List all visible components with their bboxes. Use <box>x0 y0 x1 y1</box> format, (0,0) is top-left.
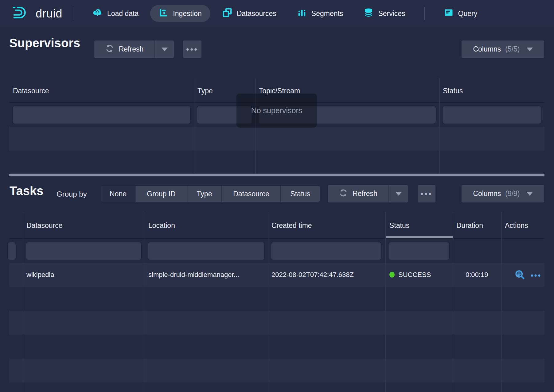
column-divider <box>439 78 440 175</box>
empty-table-row <box>9 335 544 359</box>
more-icon: ••• <box>420 190 432 198</box>
nav-item-ingestion[interactable]: Ingestion <box>150 5 210 22</box>
refresh-label: Refresh <box>119 45 144 53</box>
stacked-layers-icon <box>223 8 232 19</box>
bar-chart-icon <box>297 8 306 19</box>
supervisors-columns-button[interactable]: Columns (5/5) <box>462 40 544 58</box>
empty-message: No supervisors <box>251 106 302 115</box>
database-icon <box>364 8 373 19</box>
group-by-group-id-button[interactable]: Group ID <box>136 186 187 202</box>
column-header-status[interactable]: Status <box>389 221 409 230</box>
success-status-dot <box>389 272 395 278</box>
search-details-icon[interactable] <box>515 270 525 281</box>
task-created-time: 2022-08-02T07:42:47.638Z <box>271 271 354 279</box>
column-header-type[interactable]: Type <box>197 87 213 95</box>
console-icon <box>444 8 453 19</box>
task-id-filter-input[interactable] <box>7 242 16 260</box>
column-divider <box>453 212 453 392</box>
columns-count: (9/9) <box>505 190 520 198</box>
tasks-more-button[interactable]: ••• <box>418 185 435 202</box>
horizontal-scrollbar[interactable] <box>9 174 544 176</box>
column-header-status[interactable]: Status <box>443 87 463 95</box>
refresh-label: Refresh <box>353 190 377 198</box>
nav-item-label: Load data <box>107 10 138 18</box>
task-duration: 0:00:19 <box>466 271 488 279</box>
upload-cloud-icon <box>92 8 102 19</box>
created-time-filter-input[interactable] <box>271 242 381 260</box>
tasks-refresh-button[interactable]: Refresh <box>328 185 388 202</box>
nav-divider <box>73 7 73 20</box>
nav-item-label: Datasources <box>237 10 276 18</box>
task-row-wikipedia[interactable]: wikipedia simple-druid-middlemanager... … <box>9 263 544 287</box>
top-nav: druid Load data <box>0 0 554 27</box>
task-more-actions-icon[interactable]: ••• <box>531 271 541 280</box>
refresh-icon <box>105 44 114 55</box>
refresh-icon <box>339 189 348 199</box>
tasks-title: Tasks <box>10 184 43 198</box>
task-location: simple-druid-middlemanager... <box>148 271 264 279</box>
nav-item-datasources[interactable]: Datasources <box>214 5 285 22</box>
group-by-label: Group by <box>57 190 87 198</box>
supervisors-title: Supervisors <box>9 36 80 50</box>
task-status: SUCCESS <box>389 271 431 279</box>
group-by-type-button[interactable]: Type <box>187 186 222 202</box>
group-by-segmented-control: None Group ID Type Datasource Status <box>101 186 320 202</box>
chevron-down-icon <box>396 192 402 196</box>
nav-item-load-data[interactable]: Load data <box>84 5 147 22</box>
group-by-status-button[interactable]: Status <box>281 186 320 202</box>
column-header-created-time[interactable]: Created time <box>271 221 312 230</box>
empty-table-row <box>9 382 544 392</box>
druid-logo[interactable]: druid <box>12 6 62 21</box>
location-filter-input[interactable] <box>148 242 265 260</box>
chevron-down-icon <box>527 192 533 196</box>
empty-table-row <box>9 151 544 175</box>
task-status-label: SUCCESS <box>398 271 431 279</box>
empty-table-row <box>9 359 544 382</box>
column-divider <box>268 212 268 392</box>
column-divider <box>501 212 502 392</box>
tasks-columns-button[interactable]: Columns (9/9) <box>462 185 544 202</box>
chevron-down-icon <box>162 48 168 51</box>
empty-table-row <box>9 311 544 335</box>
supervisors-more-button[interactable]: ••• <box>183 40 201 58</box>
nav-item-segments[interactable]: Segments <box>289 5 352 22</box>
nav-item-label: Ingestion <box>173 10 201 18</box>
chevron-down-icon <box>527 48 533 51</box>
nav-item-label: Services <box>378 10 405 18</box>
columns-count: (5/5) <box>505 45 520 53</box>
tasks-table: Datasource Location Created time Status … <box>9 212 544 392</box>
columns-label: Columns <box>473 45 501 53</box>
column-divider <box>145 212 145 392</box>
group-by-datasource-button[interactable]: Datasource <box>222 186 281 202</box>
column-header-location[interactable]: Location <box>148 221 175 230</box>
tasks-refresh-dropdown[interactable] <box>388 185 408 202</box>
column-header-datasource[interactable]: Datasource <box>13 87 49 95</box>
column-header-datasource[interactable]: Datasource <box>26 221 63 230</box>
status-filter-input[interactable] <box>388 242 450 260</box>
tasks-table-header: Datasource Location Created time Status … <box>9 212 544 239</box>
column-divider <box>385 212 386 392</box>
nav-divider <box>424 7 425 20</box>
tasks-filter-row <box>9 239 544 263</box>
supervisors-refresh-dropdown[interactable] <box>154 40 174 58</box>
nav-item-query[interactable]: Query <box>435 5 486 22</box>
task-actions: ••• <box>515 270 541 281</box>
brand-name: druid <box>36 7 62 20</box>
nav-item-label: Segments <box>311 10 343 18</box>
druid-logo-icon <box>12 6 31 21</box>
column-header-actions[interactable]: Actions <box>505 221 528 230</box>
more-icon: ••• <box>186 45 198 53</box>
group-by-none-button[interactable]: None <box>101 186 136 202</box>
task-datasource: wikipedia <box>26 271 54 279</box>
no-supervisors-overlay: No supervisors <box>236 94 317 128</box>
status-filter-input[interactable] <box>442 106 541 124</box>
datasource-filter-input[interactable] <box>12 106 191 124</box>
gantt-chart-icon <box>159 8 168 19</box>
nav-item-services[interactable]: Services <box>355 5 414 22</box>
empty-table-row <box>9 127 544 151</box>
column-header-duration[interactable]: Duration <box>456 221 483 230</box>
column-divider <box>23 212 23 392</box>
supervisors-refresh-button[interactable]: Refresh <box>94 40 154 58</box>
datasource-filter-input[interactable] <box>26 242 142 260</box>
column-divider <box>194 78 194 175</box>
